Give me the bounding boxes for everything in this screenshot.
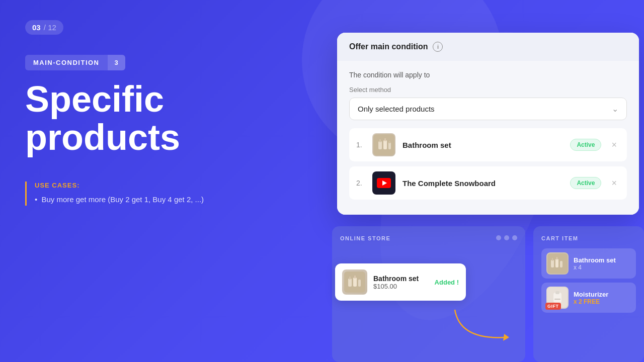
svg-rect-25 xyxy=(554,299,560,300)
product-thumb-snowboard xyxy=(372,171,395,195)
dot-3 xyxy=(512,235,517,240)
select-method-label: Select method xyxy=(349,86,627,94)
store-product-thumb xyxy=(342,269,367,295)
product-name-2: The Complete Snowboard xyxy=(403,179,563,188)
svg-rect-4 xyxy=(384,138,386,141)
store-product-name: Bathroom set xyxy=(373,275,429,283)
row-num-1: 1. xyxy=(356,141,365,149)
card-header-title: Offer main condition xyxy=(349,42,428,51)
gift-badge: GIFT xyxy=(545,303,561,310)
svg-rect-18 xyxy=(552,258,553,261)
store-product-card: Bathroom set $105.00 Added ! xyxy=(335,263,466,301)
bottom-section: ONLINE STORE Bathroom set $105.00 xyxy=(332,226,644,362)
info-icon[interactable]: i xyxy=(433,42,443,52)
svg-rect-1 xyxy=(378,141,382,149)
svg-rect-17 xyxy=(551,260,554,267)
condition-label: The condition will apply to xyxy=(349,71,627,79)
store-added-text: Added ! xyxy=(435,279,459,286)
svg-rect-6 xyxy=(389,141,390,143)
active-badge-2: Active xyxy=(570,177,601,189)
cart-thumb-moisturizer: GIFT xyxy=(546,287,569,309)
cart-item-info-2: Moisturizer x 2 FREE xyxy=(574,291,608,305)
cart-item-row-1: Bathroom set x 4 xyxy=(541,248,636,279)
use-cases-section: USE CASES: Buy more get more (Buy 2 get … xyxy=(25,182,297,206)
card-body: The condition will apply to Select metho… xyxy=(337,61,639,215)
store-product-price: $105.00 xyxy=(373,283,429,290)
store-product-info: Bathroom set $105.00 xyxy=(373,275,429,290)
cart-label: CART ITEM xyxy=(541,235,636,241)
product-thumb-bathroom xyxy=(372,133,395,156)
svg-rect-11 xyxy=(349,277,351,280)
svg-rect-13 xyxy=(354,276,356,279)
remove-product-2-button[interactable]: × xyxy=(608,177,620,190)
dot-2 xyxy=(504,235,509,240)
cart-item-qty-1: x 4 xyxy=(574,264,616,271)
svg-rect-5 xyxy=(388,142,391,149)
badge-number: 3 xyxy=(108,55,125,70)
online-store-card: ONLINE STORE Bathroom set $105.00 xyxy=(332,226,525,362)
cart-item-info-1: Bathroom set x 4 xyxy=(574,256,616,271)
use-cases-label: USE CASES: xyxy=(35,182,297,189)
select-value: Only selected products xyxy=(358,105,435,113)
store-label: ONLINE STORE xyxy=(340,235,517,241)
svg-rect-14 xyxy=(358,280,361,287)
chevron-down-icon: ⌄ xyxy=(612,104,618,114)
product-name-1: Bathroom set xyxy=(403,141,563,149)
remove-product-1-button[interactable]: × xyxy=(608,139,620,151)
dot-1 xyxy=(496,235,501,240)
product-row-1: 1. Bathroom set Active × xyxy=(349,128,627,161)
step-badge: 03 / 12 xyxy=(25,20,63,35)
cart-item-name-2: Moisturizer xyxy=(574,291,608,298)
svg-rect-3 xyxy=(383,140,387,149)
cart-item-card: CART ITEM Bathroom set x 4 xyxy=(533,226,644,362)
cart-item-qty-2: x 2 FREE xyxy=(574,298,608,305)
step-current: 03 xyxy=(32,23,41,32)
use-case-item-1: Buy more get more (Buy 2 get 1, Buy 4 ge… xyxy=(35,194,297,206)
left-panel: 03 / 12 MAIN-CONDITION 3 Specific produc… xyxy=(0,0,322,362)
step-total: / 12 xyxy=(42,23,56,32)
svg-rect-2 xyxy=(379,139,381,142)
product-row-2: 2. The Complete Snowboard Active × xyxy=(349,166,627,200)
offer-main-condition-card: Offer main condition i The condition wil… xyxy=(337,33,639,215)
svg-marker-15 xyxy=(503,334,509,341)
svg-rect-24 xyxy=(555,291,559,294)
active-badge-1: Active xyxy=(570,139,601,151)
select-method-dropdown[interactable]: Only selected products ⌄ xyxy=(349,98,627,120)
svg-rect-19 xyxy=(555,259,558,267)
main-title: Specific products xyxy=(25,80,297,156)
svg-rect-10 xyxy=(348,279,352,287)
browser-dots xyxy=(496,235,517,240)
arrow-icon xyxy=(450,305,515,347)
main-condition-badge: MAIN-CONDITION 3 xyxy=(25,55,297,70)
svg-rect-20 xyxy=(556,257,557,260)
badge-text: MAIN-CONDITION xyxy=(25,55,108,70)
cart-thumb-bathroom xyxy=(546,252,569,275)
row-num-2: 2. xyxy=(356,179,365,187)
card-header: Offer main condition i xyxy=(337,33,639,61)
cart-item-name-1: Bathroom set xyxy=(574,256,616,264)
svg-rect-12 xyxy=(353,278,357,287)
cart-item-row-2: GIFT Moisturizer x 2 FREE xyxy=(541,283,636,313)
svg-rect-21 xyxy=(560,261,562,267)
